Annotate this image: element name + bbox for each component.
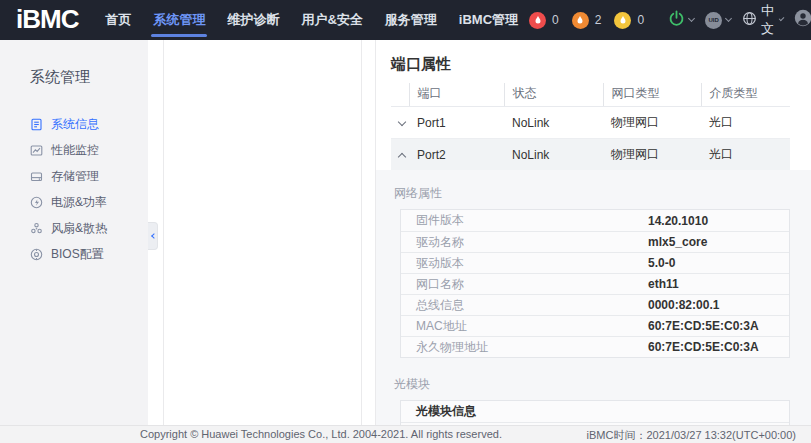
nav-service-management[interactable]: 服务管理	[374, 0, 448, 40]
port-table: 端口 状态 网口类型 介质类型 Port1 NoLink 物理网口 光口 Por…	[391, 83, 790, 170]
sidebar-item-label: 存储管理	[51, 168, 99, 185]
port2-net-type: 物理网口	[603, 139, 701, 171]
ibmc-time-value: 2021/03/27 13:32(UTC+00:00)	[646, 429, 796, 441]
document-icon	[30, 118, 43, 131]
field-value: 60:7E:CD:5E:C0:3A	[648, 319, 759, 333]
chevron-down-icon	[688, 15, 695, 22]
table-row: 驱动名称 mlx5_core	[401, 231, 789, 252]
port2-name: Port2	[409, 139, 504, 171]
nav-ibmc-management[interactable]: iBMC管理	[448, 0, 529, 40]
major-alarm-button[interactable]: 2	[572, 12, 602, 29]
ibmc-app: iBMC 首页 系统管理 维护诊断 用户&安全 服务管理 iBMC管理 0 2	[0, 0, 811, 443]
sidebar-item-label: 电源&功率	[51, 194, 107, 211]
sidebar-item-system-info[interactable]: 系统信息	[0, 111, 148, 137]
expand-chevron-down-icon[interactable]	[398, 117, 406, 125]
port2-status: NoLink	[504, 139, 603, 171]
col-media-type: 介质类型	[701, 83, 790, 107]
sidebar-item-label: 性能监控	[51, 142, 99, 159]
sidebar-menu: 系统信息 性能监控 存储管理 电源&功率	[0, 111, 148, 267]
nav-user-security[interactable]: 用户&安全	[290, 0, 373, 40]
panel-divider	[163, 40, 164, 425]
table-row: 总线信息 0000:82:00.1	[401, 294, 789, 315]
field-value: mlx5_core	[648, 235, 707, 249]
ibmc-time-label: iBMC时间：	[587, 429, 647, 441]
sidebar-item-label: BIOS配置	[51, 246, 104, 263]
sidebar-item-power-wattage[interactable]: 电源&功率	[0, 189, 148, 215]
sidebar-item-fan-cooling[interactable]: 风扇&散热	[0, 215, 148, 241]
field-label: 固件版本	[401, 212, 648, 229]
chart-icon	[30, 144, 43, 157]
table-row: 驱动版本 5.0-0	[401, 252, 789, 273]
col-net-type: 网口类型	[603, 83, 701, 107]
port2-expanded-details: 网络属性 固件版本 14.20.1010 驱动名称 mlx5_core 驱动版本…	[376, 170, 811, 425]
network-properties-table: 固件版本 14.20.1010 驱动名称 mlx5_core 驱动版本 5.0-…	[400, 209, 790, 358]
optical-module-title: 光模块	[394, 376, 790, 393]
field-value: 5.0-0	[648, 256, 675, 270]
col-status: 状态	[504, 83, 603, 107]
critical-alarm-flame-icon	[529, 12, 546, 29]
optical-module-info-header: 光模块信息	[401, 401, 789, 422]
field-label: 永久物理地址	[401, 339, 648, 356]
sidebar-item-storage-management[interactable]: 存储管理	[0, 163, 148, 189]
minor-alarm-button[interactable]: 0	[614, 12, 644, 29]
sidebar-title: 系统管理	[30, 68, 148, 87]
port-table-header: 端口 状态 网口类型 介质类型	[391, 83, 790, 107]
critical-alarm-button[interactable]: 0	[529, 12, 559, 29]
user-menu-button[interactable]	[794, 9, 811, 31]
language-dropdown[interactable]: 中文	[742, 2, 783, 38]
sidebar-item-bios-config[interactable]: BIOS配置	[0, 241, 148, 267]
field-value: eth11	[648, 277, 679, 291]
port2-media-type: 光口	[701, 139, 790, 171]
major-alarm-count: 2	[595, 13, 602, 27]
minor-alarm-count: 0	[637, 13, 644, 27]
table-row-port1: Port1 NoLink 物理网口 光口	[391, 107, 790, 139]
sidebar-item-label: 风扇&散热	[51, 220, 107, 237]
power-icon	[30, 196, 43, 209]
field-value: 60:7E:CD:5E:C0:3A	[648, 340, 759, 354]
table-row-port2: Port2 NoLink 物理网口 光口	[391, 139, 790, 171]
header-right-cluster: 0 2 0	[529, 2, 811, 38]
ibmc-logo: iBMC	[16, 4, 78, 35]
sidebar-collapse-handle[interactable]	[148, 222, 158, 250]
table-row: MAC地址 60:7E:CD:5E:C0:3A	[401, 315, 789, 336]
field-label: 驱动名称	[401, 234, 648, 251]
globe-icon	[742, 11, 757, 30]
page-title: 端口属性	[391, 55, 790, 74]
uid-indicator-dropdown[interactable]: UID	[705, 12, 731, 29]
power-control-dropdown[interactable]	[668, 10, 694, 31]
panel-divider	[361, 40, 362, 425]
field-label: 总线信息	[401, 297, 648, 314]
storage-icon	[30, 170, 43, 183]
footer: Copyright © Huawei Technologies Co., Ltd…	[0, 425, 811, 443]
major-alarm-flame-icon	[572, 12, 589, 29]
nav-home[interactable]: 首页	[94, 0, 142, 40]
chevron-left-icon	[151, 233, 157, 239]
ibmc-time: iBMC时间：2021/03/27 13:32(UTC+00:00)	[587, 428, 796, 443]
top-nav: 首页 系统管理 维护诊断 用户&安全 服务管理 iBMC管理	[94, 0, 529, 40]
table-row: 网口名称 eth11	[401, 273, 789, 294]
optical-module-table: 光模块信息 厂商 WTD 序列号 HN205200110043	[400, 400, 790, 425]
field-value: 14.20.1010	[648, 214, 708, 228]
minor-alarm-flame-icon	[614, 12, 631, 29]
critical-alarm-count: 0	[552, 13, 559, 27]
network-properties-title: 网络属性	[394, 185, 790, 202]
field-label: 驱动版本	[401, 255, 648, 272]
fan-icon	[30, 222, 43, 235]
port1-status: NoLink	[504, 107, 603, 139]
col-port: 端口	[409, 83, 504, 107]
collapse-chevron-up-icon[interactable]	[398, 152, 406, 160]
chevron-down-icon	[725, 15, 732, 22]
top-bar: iBMC 首页 系统管理 维护诊断 用户&安全 服务管理 iBMC管理 0 2	[0, 0, 811, 40]
power-icon	[668, 10, 685, 31]
sidebar-item-performance-monitoring[interactable]: 性能监控	[0, 137, 148, 163]
copyright-text: Copyright © Huawei Technologies Co., Ltd…	[140, 428, 502, 440]
table-row: 永久物理地址 60:7E:CD:5E:C0:3A	[401, 336, 789, 357]
nav-system-management[interactable]: 系统管理	[142, 0, 216, 40]
chevron-down-icon	[779, 16, 785, 22]
port1-media-type: 光口	[701, 107, 790, 139]
sidebar: 系统管理 系统信息 性能监控 存储管理	[0, 40, 148, 425]
port-properties-panel: 端口属性 端口 状态 网口类型 介质类型 Port1 NoLink 物理网口 光…	[375, 40, 811, 425]
field-label: MAC地址	[401, 318, 648, 335]
language-label: 中文	[761, 2, 776, 38]
nav-maintenance-diagnosis[interactable]: 维护诊断	[216, 0, 290, 40]
